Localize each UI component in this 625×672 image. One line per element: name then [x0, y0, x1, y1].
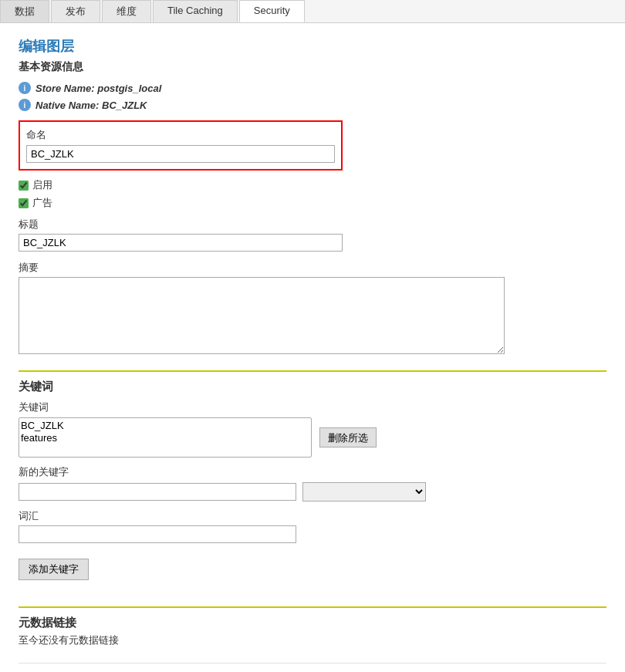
- tab-publish[interactable]: 发布: [51, 0, 100, 22]
- advertise-label: 广告: [32, 196, 52, 210]
- bottom-buttons: 保存 Apply 取消: [19, 663, 606, 672]
- new-keyword-label: 新的关键字: [19, 465, 606, 479]
- keyword-option-1[interactable]: features: [21, 432, 309, 444]
- title-input[interactable]: [19, 234, 343, 252]
- store-name-value: postgis_local: [97, 83, 161, 94]
- advertise-checkbox[interactable]: [19, 198, 29, 208]
- enable-checkbox[interactable]: [19, 181, 29, 191]
- tab-data[interactable]: 数据: [0, 0, 49, 22]
- keywords-section-title: 关键词: [19, 380, 606, 394]
- tab-security[interactable]: Security: [239, 0, 305, 22]
- keywords-row: BC_JZLK features 删除所选: [19, 417, 606, 458]
- store-name-icon: i: [19, 82, 31, 94]
- keywords-label: 关键词: [19, 400, 606, 414]
- enable-row: 启用: [19, 178, 606, 192]
- abstract-group: 摘要: [19, 261, 606, 356]
- new-keyword-row: [19, 482, 606, 501]
- vocab-select[interactable]: [302, 482, 426, 501]
- tab-tile-caching[interactable]: Tile Caching: [153, 0, 238, 22]
- new-keyword-input[interactable]: [19, 483, 296, 501]
- native-name-label: Native Name:: [35, 100, 99, 111]
- keyword-option-0[interactable]: BC_JZLK: [21, 420, 309, 432]
- name-label: 命名: [26, 128, 335, 142]
- vocab-input[interactable]: [19, 525, 296, 543]
- native-name-row: i Native Name: BC_JZLK: [19, 99, 606, 111]
- store-name-row: i Store Name: postgis_local: [19, 82, 606, 94]
- section-title: 基本资源信息: [19, 60, 606, 74]
- native-name-value: BC_JZLK: [102, 100, 147, 111]
- main-content: 编辑图层 基本资源信息 i Store Name: postgis_local …: [0, 23, 625, 672]
- metadata-section-title: 元数据链接: [19, 616, 606, 630]
- abstract-textarea[interactable]: [19, 277, 505, 354]
- title-label: 标题: [19, 218, 606, 231]
- vocab-label: 词汇: [19, 509, 606, 523]
- title-group: 标题: [19, 218, 606, 252]
- metadata-empty-message: 至今还没有元数据链接: [19, 633, 606, 647]
- name-field-container: 命名: [19, 120, 343, 171]
- page-title: 编辑图层: [19, 37, 606, 56]
- name-input[interactable]: [26, 145, 335, 163]
- keywords-divider: [19, 370, 606, 372]
- tab-dimension[interactable]: 维度: [102, 0, 151, 22]
- tab-bar: 数据 发布 维度 Tile Caching Security: [0, 0, 625, 23]
- advertise-row: 广告: [19, 196, 606, 210]
- metadata-divider: [19, 606, 606, 608]
- delete-selected-button[interactable]: 删除所选: [319, 427, 377, 447]
- enable-label: 启用: [32, 178, 52, 192]
- abstract-label: 摘要: [19, 261, 606, 275]
- vocab-input-wrap: [19, 525, 606, 551]
- add-keyword-button[interactable]: 添加关键字: [19, 559, 89, 580]
- store-name-label: Store Name:: [35, 83, 95, 94]
- native-name-icon: i: [19, 99, 31, 111]
- keywords-select[interactable]: BC_JZLK features: [19, 417, 312, 458]
